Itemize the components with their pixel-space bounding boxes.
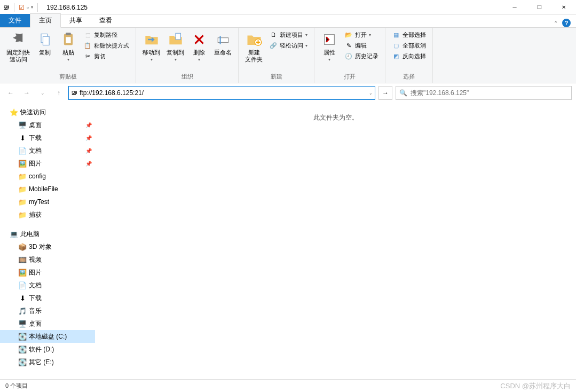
new-item-button[interactable]: 🗋新建项目 ▾	[268, 30, 309, 40]
group-new: 新建 文件夹 🗋新建项目 ▾ 🔗轻松访问 ▾ 新建	[239, 28, 314, 83]
edit-button[interactable]: ✎编辑	[343, 41, 380, 50]
tab-share[interactable]: 共享	[61, 14, 91, 27]
up-button[interactable]: ↑	[52, 87, 65, 99]
tree-item[interactable]: 💽软件 (D:)	[0, 343, 95, 356]
go-button[interactable]: →	[378, 86, 392, 100]
copy-path-button[interactable]: ⬚复制路径	[82, 30, 130, 40]
cut-button[interactable]: ✂剪切	[82, 51, 130, 61]
qat-checkbox-icon[interactable]: ☑	[19, 4, 25, 11]
tree-item[interactable]: 💽其它 (E:)	[0, 356, 95, 369]
pin-icon: 📌	[85, 122, 92, 128]
tree-icon: ⬇	[18, 134, 27, 142]
tree-label: 下载	[29, 294, 42, 303]
tree-item[interactable]: 📁myTest	[0, 195, 95, 208]
easy-access-icon: 🔗	[269, 41, 278, 50]
tree-item[interactable]: 📁config	[0, 170, 95, 183]
window-title: 192.168.6.125	[43, 4, 88, 11]
easy-access-button[interactable]: 🔗轻松访问 ▾	[268, 41, 309, 50]
tree-icon: 🎵	[18, 307, 27, 315]
tree-item[interactable]: 📁捕获	[0, 208, 95, 221]
delete-icon	[191, 31, 208, 48]
properties-icon	[321, 31, 338, 48]
tree-label: 下载	[29, 134, 42, 143]
tree-label: 桌面	[29, 319, 42, 328]
pin-quick-access-button[interactable]: 固定到快 速访问	[3, 29, 33, 65]
tree-label: 桌面	[29, 121, 42, 130]
tree-item[interactable]: 📄文档	[0, 279, 95, 292]
open-icon: 📂	[344, 30, 353, 39]
tree-item[interactable]: 🖥️桌面📌	[0, 119, 95, 131]
tree-icon: 💽	[18, 358, 27, 366]
back-button[interactable]: ←	[4, 87, 17, 99]
tree-icon: ⭐	[10, 108, 18, 116]
ribbon-collapse-icon[interactable]: ⌃	[554, 20, 558, 26]
copy-icon	[36, 31, 53, 48]
paste-shortcut-button[interactable]: 📋粘贴快捷方式	[82, 41, 130, 50]
address-bar[interactable]: 🖳 ⌄	[68, 86, 375, 100]
tree-icon: 📄	[18, 146, 27, 155]
tab-home[interactable]: 主页	[30, 13, 61, 28]
tree-item[interactable]: ⬇下载📌	[0, 131, 95, 144]
rename-button[interactable]: 重命名	[211, 29, 235, 58]
ribbon: 固定到快 速访问 复制 粘贴 ▾ ⬚复制路径 📋粘贴快捷方式 ✂剪切 剪贴板 移…	[0, 28, 576, 83]
shortcut-icon: 📋	[83, 41, 92, 50]
navigation-pane[interactable]: ⭐快速访问🖥️桌面📌⬇下载📌📄文档📌🖼️图片📌📁config📁MobileFil…	[0, 103, 95, 379]
history-button[interactable]: 🕘历史记录	[343, 51, 380, 61]
pin-icon: 📌	[85, 135, 92, 141]
copy-button[interactable]: 复制	[33, 29, 57, 58]
tree-item[interactable]: ⬇下载	[0, 292, 95, 304]
tree-item[interactable]: ⭐快速访问	[0, 106, 95, 119]
group-clipboard: 固定到快 速访问 复制 粘贴 ▾ ⬚复制路径 📋粘贴快捷方式 ✂剪切 剪贴板	[0, 28, 136, 83]
delete-button[interactable]: 删除▾	[187, 29, 211, 64]
tree-item[interactable]: 📁MobileFile	[0, 183, 95, 195]
maximize-button[interactable]: ☐	[527, 0, 551, 15]
recent-button[interactable]: ⌄	[36, 87, 49, 99]
forward-button[interactable]: →	[20, 87, 33, 99]
tree-icon: 💻	[10, 230, 18, 238]
tab-view[interactable]: 查看	[91, 14, 121, 27]
tab-file[interactable]: 文件	[0, 14, 30, 27]
rename-icon	[215, 31, 232, 48]
new-folder-button[interactable]: 新建 文件夹	[242, 29, 266, 65]
main-split: ⭐快速访问🖥️桌面📌⬇下载📌📄文档📌🖼️图片📌📁config📁MobileFil…	[0, 103, 576, 379]
group-select: ▦全部选择 ▢全部取消 ◩反向选择 选择	[385, 28, 433, 83]
search-box[interactable]: 🔍	[396, 86, 572, 100]
address-dropdown-icon[interactable]: ⌄	[369, 91, 373, 96]
pin-icon: 📌	[85, 161, 92, 167]
help-icon[interactable]: ?	[562, 19, 571, 27]
paste-icon	[60, 31, 77, 48]
minimize-button[interactable]: ─	[502, 0, 527, 15]
tree-item[interactable]: 💽本地磁盘 (C:)	[0, 330, 95, 343]
properties-button[interactable]: 属性▾	[318, 29, 341, 64]
tree-item[interactable]: 🎵音乐	[0, 304, 95, 317]
select-none-icon: ▢	[392, 41, 400, 50]
tree-item[interactable]: 🖼️图片📌	[0, 157, 95, 170]
moveto-button[interactable]: 移动到▾	[139, 29, 163, 64]
tree-item[interactable]: 🖼️图片	[0, 266, 95, 279]
tree-item[interactable]: 🎞️视频	[0, 253, 95, 266]
paste-button[interactable]: 粘贴 ▾	[57, 29, 80, 64]
tree-label: 文档	[29, 146, 42, 155]
moveto-icon	[143, 31, 160, 48]
tree-icon: 💽	[18, 332, 27, 341]
qat-doc-icon[interactable]: ▫	[27, 4, 29, 11]
tree-icon: 🖼️	[18, 268, 27, 277]
tree-item[interactable]: 📄文档📌	[0, 144, 95, 157]
tree-label: 视频	[29, 255, 42, 264]
status-bar: 0 个项目 CSDN @苏州程序大白	[0, 379, 576, 392]
copyto-button[interactable]: 复制到▾	[163, 29, 187, 64]
open-button[interactable]: 📂打开 ▾	[343, 30, 380, 40]
invert-select-button[interactable]: ◩反向选择	[391, 51, 427, 61]
app-icon: 🖳	[3, 4, 10, 11]
tree-item[interactable]: 💻此电脑	[0, 228, 95, 240]
select-none-button[interactable]: ▢全部取消	[391, 41, 427, 50]
address-input[interactable]	[80, 89, 367, 97]
tree-icon: 🖥️	[18, 319, 27, 328]
tree-icon: 📁	[18, 172, 27, 181]
tree-item[interactable]: 📦3D 对象	[0, 240, 95, 253]
search-input[interactable]	[411, 89, 568, 97]
close-button[interactable]: ✕	[551, 0, 576, 15]
history-icon: 🕘	[344, 52, 353, 60]
tree-item[interactable]: 🖥️桌面	[0, 317, 95, 330]
select-all-button[interactable]: ▦全部选择	[391, 30, 427, 40]
